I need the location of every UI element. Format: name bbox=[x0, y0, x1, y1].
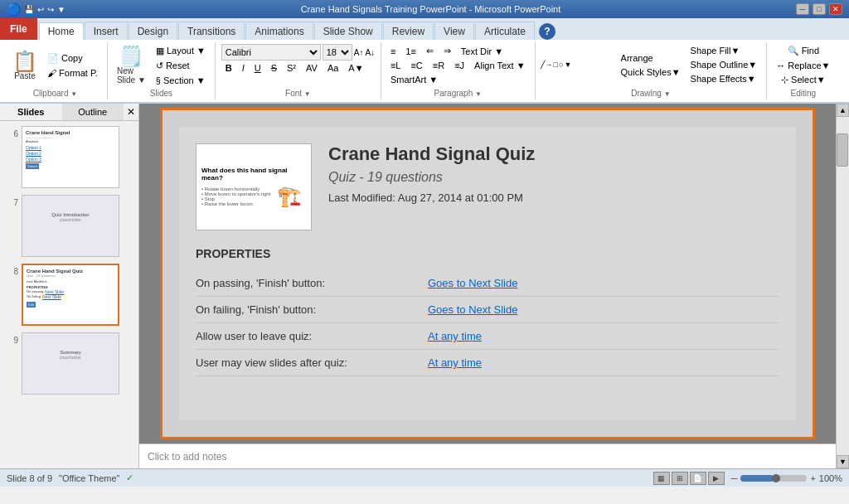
font-size-select[interactable]: 18 bbox=[323, 44, 352, 61]
font-size-up[interactable]: A↑ bbox=[354, 48, 364, 57]
slide-thumb-9[interactable]: 9 Summary placeholder bbox=[3, 331, 135, 396]
status-bar: Slide 8 of 9 "Office Theme" ✓ ▦ ⊞ 📄 ▶ ─ … bbox=[0, 468, 849, 487]
text-direction-button[interactable]: Text Dir ▼ bbox=[457, 45, 507, 58]
new-slide-button[interactable]: 🗒️ NewSlide ▼ bbox=[113, 44, 150, 87]
shape-line[interactable]: ╱ bbox=[541, 61, 545, 69]
zoom-in-button[interactable]: + bbox=[810, 473, 815, 483]
properties-section: PROPERTIES On passing, 'Finish' button: … bbox=[196, 247, 779, 376]
indent-less-button[interactable]: ⇐ bbox=[422, 44, 438, 58]
slide-thumb-7[interactable]: 7 Quiz Introduction placeholder bbox=[3, 193, 135, 259]
scroll-up-button[interactable]: ▲ bbox=[837, 104, 849, 117]
case-button[interactable]: Aa bbox=[323, 61, 342, 75]
minimize-button[interactable]: ─ bbox=[796, 3, 809, 15]
help-button[interactable]: ? bbox=[539, 23, 555, 40]
slide-9-preview: Summary placeholder bbox=[22, 332, 119, 395]
layout-button[interactable]: ▦ Layout ▼ bbox=[152, 44, 210, 58]
reset-button[interactable]: ↺ Reset bbox=[152, 59, 210, 73]
quiz-subtitle: Quiz - 19 questions bbox=[328, 170, 779, 185]
select-button[interactable]: ⊹ Select▼ bbox=[777, 73, 830, 87]
align-left-button[interactable]: ≡L bbox=[386, 59, 405, 72]
vertical-scrollbar[interactable]: ▲ ▼ bbox=[836, 104, 849, 468]
shape-arrow[interactable]: → bbox=[546, 61, 553, 69]
shape-outline-button[interactable]: Shape Outline▼ bbox=[686, 58, 762, 71]
zoom-slider[interactable] bbox=[740, 475, 807, 482]
shape-fill-button[interactable]: Shape Fill▼ bbox=[686, 44, 762, 57]
paste-button[interactable]: 📋 Paste bbox=[8, 49, 41, 83]
slide-sorter-button[interactable]: ⊞ bbox=[672, 472, 688, 485]
font-family-select[interactable]: Calibri bbox=[221, 44, 321, 61]
tab-slideshow[interactable]: Slide Show bbox=[314, 22, 382, 40]
shape-more[interactable]: ▼ bbox=[564, 61, 571, 69]
shape-rect[interactable]: □ bbox=[554, 61, 558, 69]
tab-articulate[interactable]: Articulate bbox=[475, 22, 535, 40]
properties-title: PROPERTIES bbox=[196, 247, 779, 260]
zoom-controls: ─ + 100% bbox=[731, 473, 842, 483]
slides-tab[interactable]: Slides bbox=[0, 104, 62, 120]
char-spacing-button[interactable]: AV bbox=[302, 61, 322, 75]
tab-insert[interactable]: Insert bbox=[85, 22, 128, 40]
tab-design[interactable]: Design bbox=[129, 22, 177, 40]
tab-transitions[interactable]: Transitions bbox=[178, 22, 245, 40]
tab-animations[interactable]: Animations bbox=[245, 22, 313, 40]
indent-more-button[interactable]: ⇒ bbox=[439, 44, 455, 58]
shape-effects-button[interactable]: Shape Effects▼ bbox=[686, 72, 762, 85]
scroll-thumb[interactable] bbox=[837, 133, 848, 167]
editing-label: Editing bbox=[791, 87, 817, 98]
property-value-1[interactable]: Goes to Next Slide bbox=[428, 277, 517, 289]
tab-view[interactable]: View bbox=[434, 22, 474, 40]
slide-inner: What does this hand signal mean? • Rotat… bbox=[179, 127, 796, 420]
file-tab[interactable]: File bbox=[0, 18, 37, 40]
align-text-button[interactable]: Align Text ▼ bbox=[470, 59, 529, 72]
font-size-down[interactable]: A↓ bbox=[365, 48, 375, 57]
property-label-1: On passing, 'Finish' button: bbox=[196, 277, 428, 289]
main-slide-canvas: What does this hand signal mean? • Rotat… bbox=[160, 108, 815, 439]
tab-home[interactable]: Home bbox=[39, 22, 84, 41]
scroll-track[interactable] bbox=[837, 117, 849, 455]
section-button[interactable]: § Section ▼ bbox=[152, 74, 210, 87]
ribbon-content: 📋 Paste 📄 Copy 🖌 Format P. Clipboard ▼ 🗒… bbox=[0, 40, 849, 104]
copy-button[interactable]: 📄 Copy bbox=[43, 51, 102, 65]
italic-button[interactable]: I bbox=[238, 61, 249, 75]
arrange-button[interactable]: Arrange bbox=[617, 51, 685, 65]
underline-button[interactable]: U bbox=[250, 61, 265, 75]
property-value-4[interactable]: At any time bbox=[428, 356, 482, 369]
notes-area[interactable]: Click to add notes bbox=[139, 443, 836, 468]
strikethrough-button[interactable]: S bbox=[267, 61, 281, 75]
numbering-button[interactable]: 1≡ bbox=[401, 45, 420, 58]
align-right-button[interactable]: ≡R bbox=[429, 59, 449, 72]
bullets-button[interactable]: ≡ bbox=[386, 45, 400, 58]
shape-oval[interactable]: ○ bbox=[559, 61, 563, 69]
normal-view-button[interactable]: ▦ bbox=[653, 472, 670, 485]
slides-list: 6 Crane Hand Signal ———————— Answers Opt… bbox=[0, 121, 138, 468]
maximize-button[interactable]: □ bbox=[813, 3, 826, 15]
panel-close-button[interactable]: ✕ bbox=[124, 104, 138, 119]
convert-smartart-button[interactable]: SmartArt ▼ bbox=[386, 73, 442, 86]
slideshow-button[interactable]: ▶ bbox=[708, 472, 725, 485]
paragraph-label: Paragraph ▼ bbox=[434, 87, 482, 98]
slides-label: Slides bbox=[150, 87, 172, 98]
align-center-button[interactable]: ≡C bbox=[406, 59, 426, 72]
outline-tab[interactable]: Outline bbox=[62, 104, 124, 120]
theme-name: "Office Theme" bbox=[59, 473, 119, 483]
tab-review[interactable]: Review bbox=[383, 22, 434, 40]
replace-button[interactable]: ↔ Replace▼ bbox=[772, 59, 834, 72]
property-value-3[interactable]: At any time bbox=[428, 330, 482, 342]
window-controls[interactable]: ─ □ ✕ bbox=[796, 3, 842, 15]
notes-placeholder: Click to add notes bbox=[148, 451, 226, 463]
find-button[interactable]: 🔍 Find bbox=[784, 44, 823, 58]
zoom-level: 100% bbox=[819, 473, 842, 483]
shadow-button[interactable]: S² bbox=[283, 61, 300, 75]
format-painter-button[interactable]: 🖌 Format P. bbox=[43, 66, 102, 80]
scroll-down-button[interactable]: ▼ bbox=[837, 455, 849, 468]
slide-thumb-8[interactable]: 8 Crane Hand Signal Quiz Quiz - 19 quest… bbox=[3, 262, 135, 327]
reading-view-button[interactable]: 📄 bbox=[690, 472, 706, 485]
font-color-button[interactable]: A▼ bbox=[344, 61, 367, 75]
close-button[interactable]: ✕ bbox=[829, 3, 842, 15]
slide-thumb-6[interactable]: 6 Crane Hand Signal ———————— Answers Opt… bbox=[3, 124, 135, 190]
zoom-out-button[interactable]: ─ bbox=[731, 473, 738, 483]
clipboard-group: 📋 Paste 📄 Copy 🖌 Format P. Clipboard ▼ bbox=[3, 42, 108, 99]
quick-styles-button[interactable]: Quick Styles▼ bbox=[617, 65, 685, 79]
property-value-2[interactable]: Goes to Next Slide bbox=[428, 303, 517, 316]
justify-button[interactable]: ≡J bbox=[450, 59, 468, 72]
bold-button[interactable]: B bbox=[221, 61, 236, 75]
